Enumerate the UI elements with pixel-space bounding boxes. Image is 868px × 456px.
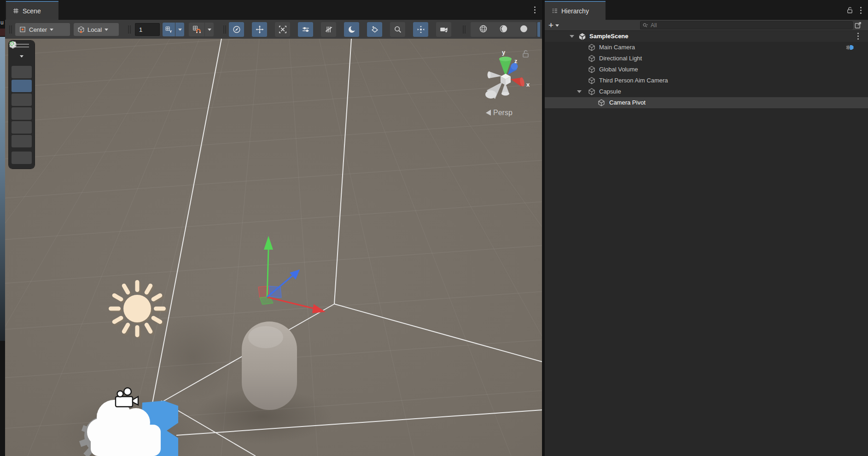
cinemachine-camera-gizmo[interactable] (80, 388, 178, 456)
handle-orientation-button[interactable]: Local (74, 23, 119, 36)
tree-row-label: Directional Light (599, 55, 642, 62)
effects-toggle-button[interactable] (367, 22, 382, 37)
gizmo-center-cube[interactable] (501, 74, 511, 85)
grid-size-field[interactable] (135, 23, 160, 36)
directional-light-gizmo[interactable] (109, 280, 167, 339)
expand-triangle-icon[interactable] (577, 90, 582, 93)
tree-row-capsule[interactable]: Capsule (545, 86, 868, 97)
tree-row-label: SampleScene (589, 33, 629, 40)
tree-row-label: Capsule (599, 88, 621, 95)
grid-icon (12, 7, 19, 14)
scene-toolbar: Center Local Y (5, 20, 542, 39)
capsule-object[interactable] (242, 322, 297, 410)
half-sphere-button[interactable] (499, 24, 508, 35)
rotate-tool-button[interactable] (12, 94, 32, 106)
custom-tool-icon (9, 41, 17, 48)
chevron-down-icon (555, 24, 559, 27)
grid-axis-button[interactable]: Y (163, 23, 175, 36)
clipped-active-button[interactable] (537, 22, 540, 37)
grid-snap-dropdown[interactable] (205, 23, 214, 36)
gameobject-cube-icon (588, 55, 595, 62)
tree-row-directional-light[interactable]: Directional Light (545, 53, 868, 64)
view-settings-button[interactable] (298, 22, 313, 37)
toolbar-grip[interactable] (225, 25, 226, 34)
tree-row-third-person-aim-camera[interactable]: Third Person Aim Camera (545, 75, 868, 86)
scene-search-button[interactable] (390, 22, 405, 37)
projection-label: Persp (493, 109, 513, 117)
grid-y-icon: Y (165, 26, 173, 34)
gizmo-y-label: y (502, 49, 506, 56)
tab-hierarchy[interactable]: Hierarchy (545, 1, 606, 20)
gameobject-cube-icon (588, 66, 595, 73)
tab-scene[interactable]: Scene (6, 1, 58, 20)
chevron-down-icon (20, 55, 23, 58)
hierarchy-menu-button[interactable] (860, 7, 862, 14)
scale-tool-button[interactable] (12, 107, 32, 120)
diamond-dot-icon (370, 25, 379, 34)
pick-window-icon[interactable] (854, 21, 862, 29)
frame-center-button[interactable] (413, 22, 428, 37)
sliders-icon (301, 25, 310, 34)
grid-snap-button[interactable] (189, 23, 204, 36)
scene-tab-label: Scene (23, 7, 41, 15)
tree-row-camera-pivot[interactable]: Camera Pivot (545, 97, 868, 108)
tree-row-samplescene[interactable]: SampleScene (545, 31, 868, 42)
cut-frame-icon (278, 25, 287, 34)
z-axis-arrow[interactable] (290, 269, 300, 280)
gizmo-x-label: x (526, 81, 530, 88)
toolbar-grip[interactable] (130, 25, 131, 34)
wire-sphere-button[interactable] (478, 24, 488, 35)
hierarchy-tabbar: Hierarchy (545, 0, 868, 20)
solid-sphere-button[interactable] (519, 24, 529, 35)
scene-camera-button[interactable] (436, 22, 451, 37)
toolbar-grip[interactable] (11, 25, 12, 34)
left-edge-strip: u (0, 0, 5, 456)
sun-icon (109, 280, 166, 337)
toolbar-grip[interactable] (128, 25, 129, 34)
cinemachine-icon[interactable] (846, 44, 854, 51)
projection-toggle[interactable]: Persp (486, 109, 513, 117)
chevron-down-icon (178, 29, 182, 31)
move-gizmo[interactable] (258, 236, 326, 313)
unlock-icon[interactable] (846, 6, 854, 14)
svg-text:Y: Y (169, 29, 172, 34)
tree-row-main-camera[interactable]: Main Camera (545, 42, 868, 53)
pivot-center-icon (19, 26, 26, 33)
move-view-button[interactable] (252, 22, 267, 37)
toolbar-grip[interactable] (223, 25, 224, 34)
hierarchy-search-field[interactable] (640, 21, 853, 29)
grid-axis-dropdown[interactable] (175, 23, 184, 36)
expand-triangle-icon[interactable] (570, 35, 574, 38)
tool-context-dropdown[interactable] (12, 50, 32, 62)
tree-row-global-volume[interactable]: Global Volume (545, 64, 868, 75)
x-axis-arrow[interactable] (312, 304, 326, 313)
rect-tool-button[interactable] (12, 121, 32, 134)
cut-tool-button[interactable] (275, 22, 290, 37)
solid-sphere-icon (519, 24, 529, 34)
tree-row-label: Camera Pivot (609, 99, 646, 106)
y-axis-arrow[interactable] (264, 236, 273, 250)
move-tool-button[interactable] (12, 80, 32, 92)
axis-orientation-gizmo[interactable]: y z x Persp (485, 49, 530, 117)
hidden-lines-button[interactable] (321, 22, 336, 37)
plus-icon: + (548, 21, 553, 30)
local-cube-icon (77, 26, 85, 33)
toolbar-grip[interactable] (9, 25, 10, 34)
view-tool-button[interactable] (12, 66, 32, 78)
pivot-mode-button[interactable]: Center (15, 23, 70, 36)
draw-mode-button[interactable] (229, 22, 244, 37)
scene-menu-button[interactable] (534, 6, 536, 13)
custom-tool-button[interactable] (12, 152, 32, 164)
grid-snap-group (189, 23, 214, 36)
scene-row-menu-button[interactable] (857, 33, 859, 40)
lighting-toggle-button[interactable] (344, 22, 359, 37)
unlock-icon[interactable] (523, 51, 528, 57)
search-input[interactable] (650, 22, 851, 29)
transform-tool-button[interactable] (12, 135, 32, 147)
toolbar-grip[interactable] (465, 25, 466, 34)
toolbar-grip[interactable] (463, 25, 464, 34)
scene-viewport[interactable]: y z x Persp (5, 39, 542, 456)
create-object-button[interactable]: + (548, 20, 559, 31)
handle-orientation-label: Local (87, 26, 102, 33)
hierarchy-tree: SampleScene Main Camera (545, 31, 868, 108)
